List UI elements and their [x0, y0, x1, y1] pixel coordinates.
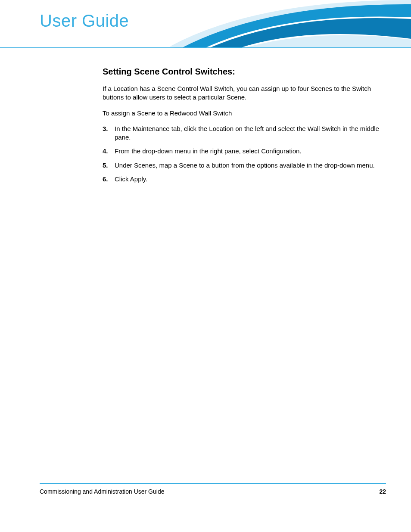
intro-paragraph-1: If a Location has a Scene Control Wall S…	[103, 84, 383, 102]
step-item: In the Maintenance tab, click the Locati…	[103, 124, 383, 142]
section-heading: Setting Scene Control Switches:	[103, 67, 383, 77]
step-item: Click Apply.	[103, 175, 383, 184]
step-item: Under Scenes, map a Scene to a button fr…	[103, 161, 383, 170]
page-footer: Commissioning and Administration User Gu…	[40, 488, 386, 495]
header-title: User Guide	[40, 11, 129, 31]
page-header: User Guide	[0, 0, 411, 47]
footer-divider	[40, 483, 386, 484]
steps-list: In the Maintenance tab, click the Locati…	[103, 124, 383, 184]
intro-paragraph-2: To assign a Scene to a Redwood Wall Swit…	[103, 109, 383, 118]
step-item: From the drop-down menu in the right pan…	[103, 147, 383, 156]
header-divider	[0, 47, 411, 48]
content-area: Setting Scene Control Switches: If a Loc…	[103, 67, 383, 189]
footer-doc-title: Commissioning and Administration User Gu…	[40, 488, 164, 495]
footer-page-number: 22	[379, 488, 386, 495]
header-swoosh-graphic	[170, 0, 411, 52]
